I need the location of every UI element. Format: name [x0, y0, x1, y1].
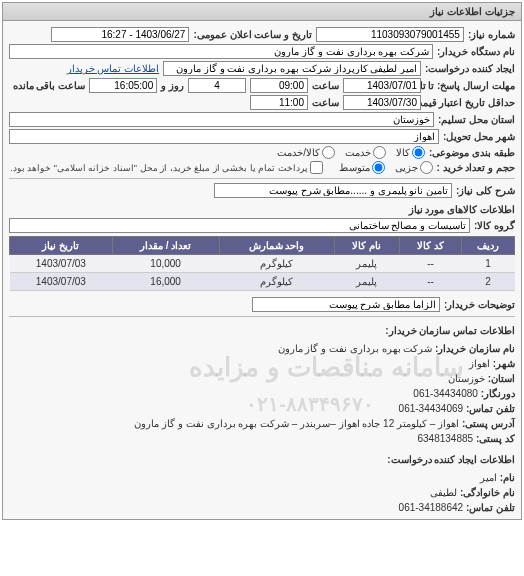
radio-kala[interactable]: [412, 146, 425, 159]
etelaat-ijad-title: اطلاعات ایجاد کننده درخواست:: [9, 452, 515, 467]
cell-date: 1403/07/03: [10, 273, 113, 291]
hajm-label: حجم و تعداد خرید :: [437, 162, 515, 173]
radio-motevaset-label: متوسط: [339, 162, 370, 173]
sharh-koli-label: شرح کلی نیاز:: [456, 185, 515, 196]
tozihat-label: توضیحات خریدار:: [444, 299, 515, 310]
tozihat-input[interactable]: [252, 297, 440, 312]
shahr2-val: اهواز: [469, 358, 490, 369]
nam-sazman-label: نام سازمان خریدار:: [435, 343, 515, 354]
saat-baghi-input[interactable]: [89, 78, 157, 93]
saat-baghi-label: ساعت باقی مانده: [13, 80, 86, 91]
th-date: تاریخ نیاز: [10, 237, 113, 255]
sharh-koli-input[interactable]: [214, 183, 452, 198]
tabaghe-label: طبقه بندی موضوعی:: [429, 147, 515, 158]
telefon-label: تلفن تماس:: [466, 403, 515, 414]
radio-jozee-label: جزیی: [395, 162, 418, 173]
shomare-niaz-label: شماره نیاز:: [468, 29, 515, 40]
ostan2-label: استان:: [488, 373, 515, 384]
nam-sazman-val: شرکت بهره برداری نفت و گاز مارون: [278, 343, 433, 354]
telefon2-label: تلفن تماس:: [466, 502, 515, 513]
shahr2-label: شهر:: [493, 358, 515, 369]
famili-label: نام خانوادگی:: [460, 487, 515, 498]
th-name: نام کالا: [334, 237, 400, 255]
cell-code: --: [400, 255, 462, 273]
radio-khedmat[interactable]: [373, 146, 386, 159]
cell-date: 1403/07/03: [10, 255, 113, 273]
nam-dastgah-label: نام دستگاه خریدار:: [437, 46, 515, 57]
radio-kala-label: کالا: [396, 147, 410, 158]
ostan2-val: خوزستان: [448, 373, 485, 384]
cell-code: --: [400, 273, 462, 291]
ostan-input[interactable]: [9, 112, 434, 127]
radio-kala-khedmat-label: کالا/خدمت: [277, 147, 320, 158]
rooz-label: روز و: [161, 80, 184, 91]
dorfax-label: دورنگار:: [481, 388, 515, 399]
th-radif: ردیف: [461, 237, 514, 255]
kodposti-val: 6348134885: [417, 433, 473, 444]
shahr-label: شهر محل تحویل:: [443, 131, 515, 142]
rooz-input[interactable]: [188, 78, 246, 93]
mohlat-date-input[interactable]: [343, 78, 421, 93]
etebar-time-input[interactable]: [250, 95, 308, 110]
telefon2-val: 34188642-061: [399, 502, 464, 513]
ijadkonande-label: ایجاد کننده درخواست:: [425, 63, 515, 74]
cell-qty: 16,000: [112, 273, 219, 291]
tamas-sazman-title: اطلاعات تماس سازمان خریدار:: [9, 323, 515, 338]
nam-label: نام:: [500, 472, 515, 483]
th-qty: تعداد / مقدار: [112, 237, 219, 255]
saat-label-2: ساعت: [312, 97, 339, 108]
th-unit: واحد شمارش: [219, 237, 334, 255]
saat-label-1: ساعت: [312, 80, 339, 91]
separator-1: [9, 178, 515, 179]
shahr-input[interactable]: [9, 129, 439, 144]
radio-jozee[interactable]: [420, 161, 433, 174]
tarikh-elan-input[interactable]: [51, 27, 189, 42]
adres-val: اهواز – کیلومتر 12 جاده اهواز –سربندر – …: [134, 418, 459, 429]
details-panel: جزئیات اطلاعات نیاز شماره نیاز: تاریخ و …: [2, 2, 522, 520]
radio-khedmat-label: خدمت: [345, 147, 371, 158]
etebar-label: حداقل تاریخ اعتبار قیمت: تا تاریخ:: [425, 97, 515, 108]
mohlat-ta-label: مهلت ارسال پاسخ: تا تاریخ:: [425, 80, 515, 91]
gorooh-label: گروه کالا:: [474, 220, 515, 231]
cell-name: پلیمر: [334, 273, 400, 291]
etebar-date-input[interactable]: [343, 95, 421, 110]
check-asnad[interactable]: [310, 161, 323, 174]
nam-val: امیر: [480, 472, 497, 483]
cell-unit: کیلوگرم: [219, 255, 334, 273]
tamas-kharidar-link[interactable]: اطلاعات تماس خریدار: [67, 63, 160, 74]
cell-radif: 2: [461, 273, 514, 291]
famili-val: لطیفی: [430, 487, 457, 498]
shomare-niaz-input[interactable]: [316, 27, 464, 42]
cell-name: پلیمر: [334, 255, 400, 273]
dorfax-val: 34434080-061: [413, 388, 478, 399]
cell-qty: 10,000: [112, 255, 219, 273]
table-row: 1 -- پلیمر کیلوگرم 10,000 1403/07/03: [10, 255, 515, 273]
kodposti-label: کد پستی:: [476, 433, 515, 444]
separator-2: [9, 316, 515, 317]
cell-unit: کیلوگرم: [219, 273, 334, 291]
items-table: ردیف کد کالا نام کالا واحد شمارش تعداد /…: [9, 236, 515, 291]
nam-dastgah-input[interactable]: [9, 44, 433, 59]
etelaat-kalaha-title: اطلاعات کالاهای مورد نیاز: [9, 204, 515, 215]
cell-radif: 1: [461, 255, 514, 273]
radio-kala-khedmat[interactable]: [322, 146, 335, 159]
mohlat-time-input[interactable]: [250, 78, 308, 93]
tarikh-elan-label: تاریخ و ساعت اعلان عمومی:: [193, 29, 311, 40]
telefon-val: 34434069-061: [399, 403, 464, 414]
table-row: 2 -- پلیمر کیلوگرم 16,000 1403/07/03: [10, 273, 515, 291]
table-header-row: ردیف کد کالا نام کالا واحد شمارش تعداد /…: [10, 237, 515, 255]
adres-label: آدرس پستی:: [462, 418, 515, 429]
th-code: کد کالا: [400, 237, 462, 255]
check-note: پرداخت تمام یا بخشی از مبلغ خرید، از محل…: [10, 163, 307, 173]
radio-motevaset[interactable]: [372, 161, 385, 174]
ostan-label: استان محل تسلیم:: [438, 114, 515, 125]
gorooh-input[interactable]: [9, 218, 470, 233]
ijadkonande-input[interactable]: [163, 61, 421, 76]
panel-title: جزئیات اطلاعات نیاز: [3, 3, 521, 21]
